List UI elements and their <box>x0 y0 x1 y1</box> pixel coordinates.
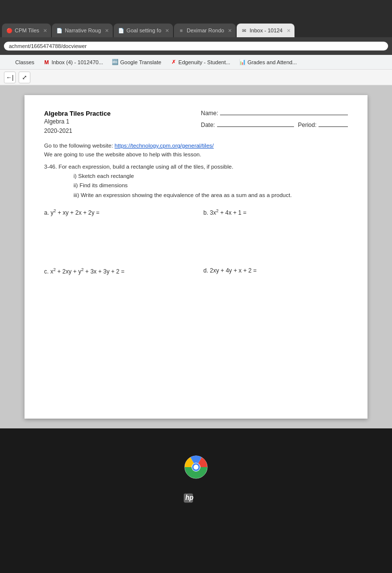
problem-d-letter: d. <box>203 267 210 274</box>
title-bar <box>0 0 392 20</box>
problem-c-label: c. x2 + 2xy + y2 + 3x + 3y + 2 = <box>44 267 189 275</box>
doc-area: Algebra Tiles Practice Algebra 1 2020-20… <box>0 85 392 428</box>
date-label: Date: <box>201 122 215 128</box>
tab-cpm-label: CPM Tiles <box>15 27 39 33</box>
sub-instruction-1: i) Sketch each rectangle <box>74 172 348 181</box>
sub-instruction-2: ii) Find its dimensions <box>74 181 348 191</box>
doc-title-block: Algebra Tiles Practice Algebra 1 2020-20… <box>44 110 191 136</box>
tab-bar: 🔴 CPM Tiles ✕ 📄 Narrative Roug ✕ 📄 Goal … <box>0 20 392 37</box>
doc-toolbar: ←| ⤢ <box>0 70 392 85</box>
svg-point-3 <box>194 465 198 470</box>
hp-logo: hp <box>181 489 211 507</box>
toolbar-back-icon: ←| <box>6 74 13 81</box>
tab-goal-icon: 📄 <box>118 27 124 34</box>
bookmark-grades-label: Grades and Attend... <box>247 59 297 65</box>
doc-fields: Name: Date: Period: <box>191 110 348 136</box>
tab-deximar-icon: ≡ <box>178 27 185 34</box>
problem-d-label: d. 2xy + 4y + x + 2 = <box>203 267 348 274</box>
toolbar-expand-btn[interactable]: ⤢ <box>19 72 30 83</box>
name-field-line: Name: <box>201 110 348 117</box>
tab-inbox-icon: ✉ <box>241 27 247 34</box>
problem-b-letter: b. <box>203 209 210 216</box>
period-underline <box>318 126 348 127</box>
tab-inbox-close[interactable]: ✕ <box>287 28 291 33</box>
bookmark-classes-icon <box>7 59 14 66</box>
doc-subtitle1: Algebra 1 <box>44 117 191 126</box>
cpm-link[interactable]: https://technology.cpm.org/general/tiles… <box>115 143 214 149</box>
date-underline <box>217 126 294 127</box>
svg-text:hp: hp <box>185 494 194 501</box>
problems-grid: a. y2 + xy + 2x + 2y = b. 3x2 + 4x + 1 =… <box>44 208 348 316</box>
bookmark-grades[interactable]: 📊 Grades and Attend... <box>236 58 300 67</box>
tab-cpm-icon: 🔴 <box>6 27 13 34</box>
bookmark-classes[interactable]: Classes <box>4 58 37 67</box>
address-bar[interactable]: achment/1665474788/docviewer <box>4 42 388 50</box>
bookmark-inbox[interactable]: M Inbox (4) - 1012470... <box>40 58 106 67</box>
bookmark-inbox-icon: M <box>43 59 50 66</box>
problem-header: 3-46. For each expression, build a recta… <box>44 164 348 170</box>
problem-b-expr: 3x2 + 4x + 1 = <box>210 209 246 216</box>
toolbar-back-btn[interactable]: ←| <box>4 72 16 83</box>
tab-deximar-close[interactable]: ✕ <box>228 28 232 33</box>
bookmark-grades-icon: 📊 <box>239 59 246 66</box>
tab-narrative-icon: 📄 <box>56 27 63 34</box>
tab-goal-label: Goal setting fo <box>126 27 161 33</box>
tab-narrative-close[interactable]: ✕ <box>105 28 109 33</box>
tab-goal[interactable]: 📄 Goal setting fo ✕ <box>114 24 173 37</box>
bookmark-translate-label: Google Translate <box>120 59 161 65</box>
tab-narrative[interactable]: 📄 Narrative Roug ✕ <box>52 24 113 37</box>
problem-a-expr: y2 + xy + 2x + 2y = <box>50 209 99 216</box>
bookmark-edgenuity-icon: ✗ <box>170 59 177 66</box>
bookmark-edgenuity[interactable]: ✗ Edgenuity - Student... <box>167 58 233 67</box>
problem-sub-instructions: i) Sketch each rectangle ii) Find its di… <box>74 172 348 200</box>
instructions-text1: Go to the following website: <box>44 143 115 149</box>
document-paper: Algebra Tiles Practice Algebra 1 2020-20… <box>24 95 368 419</box>
tab-cpm[interactable]: 🔴 CPM Tiles ✕ <box>2 24 51 37</box>
doc-instructions: Go to the following website: https://tec… <box>44 142 348 159</box>
problem-c-letter: c. <box>44 268 50 275</box>
problem-d: d. 2xy + 4y + x + 2 = <box>203 267 348 316</box>
address-bar-row: achment/1665474788/docviewer <box>0 37 392 55</box>
problem-d-expr: 2xy + 4y + x + 2 = <box>210 267 256 274</box>
instructions-text2: We are going to use the website above to… <box>44 151 201 157</box>
doc-header: Algebra Tiles Practice Algebra 1 2020-20… <box>44 110 348 136</box>
bookmarks-bar: Classes M Inbox (4) - 1012470... 🔤 Googl… <box>0 55 392 70</box>
bookmark-inbox-label: Inbox (4) - 1012470... <box>51 59 103 65</box>
bookmark-translate-icon: 🔤 <box>112 59 119 66</box>
tab-goal-close[interactable]: ✕ <box>165 28 169 33</box>
tab-narrative-label: Narrative Roug <box>65 27 101 33</box>
bookmark-translate[interactable]: 🔤 Google Translate <box>109 58 164 67</box>
problem-a-letter: a. <box>44 209 50 216</box>
tab-inbox-label: Inbox - 10124 <box>249 27 282 33</box>
problem-c-expr: x2 + 2xy + y2 + 3x + 3y + 2 = <box>50 268 124 275</box>
tab-inbox[interactable]: ✉ Inbox - 10124 ✕ <box>237 24 294 37</box>
problem-b: b. 3x2 + 4x + 1 = <box>203 208 348 257</box>
problem-a: a. y2 + xy + 2x + 2y = <box>44 208 189 257</box>
bookmark-edgenuity-label: Edgenuity - Student... <box>178 59 230 65</box>
tab-deximar-label: Deximar Rondo <box>187 27 224 33</box>
problem-b-label: b. 3x2 + 4x + 1 = <box>203 208 348 216</box>
problem-c: c. x2 + 2xy + y2 + 3x + 3y + 2 = <box>44 267 189 316</box>
period-label: Period: <box>298 122 317 128</box>
name-underline <box>220 115 348 115</box>
doc-title: Algebra Tiles Practice <box>44 110 191 117</box>
tab-cpm-close[interactable]: ✕ <box>43 28 47 33</box>
date-field-line: Date: Period: <box>201 122 348 128</box>
problem-a-label: a. y2 + xy + 2x + 2y = <box>44 208 189 216</box>
doc-subtitle2: 2020-2021 <box>44 126 191 136</box>
chrome-logo <box>184 455 208 479</box>
tab-deximar[interactable]: ≡ Deximar Rondo ✕ <box>174 24 236 37</box>
toolbar-expand-icon: ⤢ <box>22 74 27 81</box>
bookmark-classes-label: Classes <box>15 59 34 65</box>
laptop-bottom: hp <box>0 428 392 517</box>
sub-instruction-3: iii) Write an expression showing the equ… <box>74 191 348 200</box>
name-label: Name: <box>201 110 218 117</box>
